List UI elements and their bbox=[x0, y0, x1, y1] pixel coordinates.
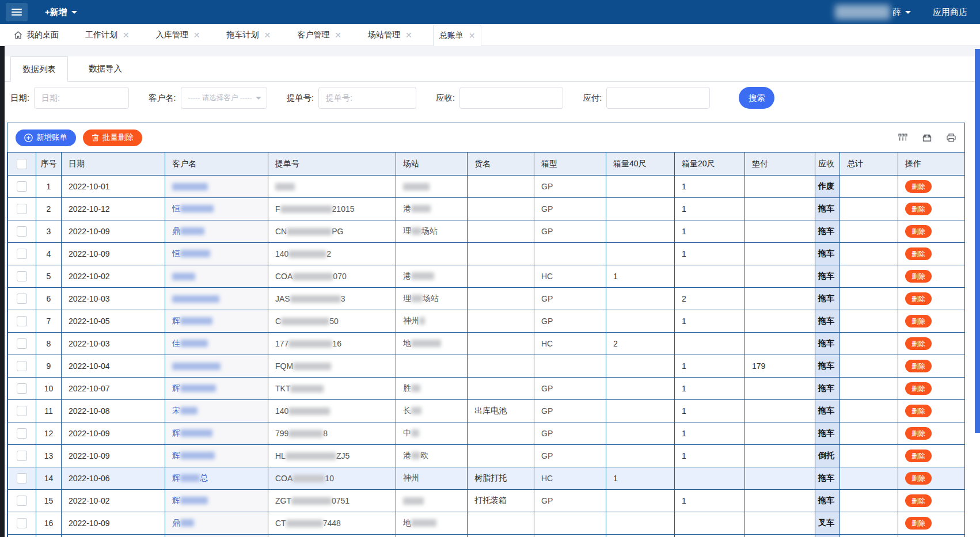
row-checkbox[interactable] bbox=[17, 361, 27, 371]
columns-icon[interactable] bbox=[898, 132, 908, 143]
row-checkbox[interactable] bbox=[17, 496, 27, 506]
subtab-data-list[interactable]: 数据列表 bbox=[10, 56, 68, 82]
delete-button[interactable]: 删除 bbox=[905, 203, 932, 215]
customer-link[interactable] bbox=[172, 272, 195, 281]
row-checkbox[interactable] bbox=[17, 249, 27, 259]
customer-link[interactable] bbox=[172, 182, 208, 191]
close-icon[interactable]: ✕ bbox=[264, 31, 271, 39]
customer-link[interactable]: 辉 bbox=[172, 428, 212, 437]
redacted-text bbox=[403, 183, 430, 191]
cell: 港欧 bbox=[396, 445, 468, 467]
cell bbox=[675, 512, 745, 535]
customer-link[interactable]: 恒 bbox=[172, 249, 210, 258]
redacted-text bbox=[411, 429, 419, 437]
row-checkbox[interactable] bbox=[17, 338, 27, 349]
row-checkbox[interactable] bbox=[17, 473, 27, 483]
cell: 2022-10-09 bbox=[62, 422, 165, 445]
customer-link[interactable]: 辉总 bbox=[172, 473, 208, 482]
close-icon[interactable]: ✕ bbox=[469, 32, 476, 40]
cell bbox=[840, 243, 898, 265]
tab-item-3[interactable]: 拖车计划✕ bbox=[221, 24, 276, 45]
delete-button[interactable]: 删除 bbox=[905, 270, 932, 283]
row-checkbox[interactable] bbox=[17, 204, 27, 214]
close-icon[interactable]: ✕ bbox=[335, 31, 341, 39]
receivable-input[interactable] bbox=[459, 87, 563, 109]
row-checkbox[interactable] bbox=[17, 316, 27, 326]
delete-button[interactable]: 删除 bbox=[905, 427, 932, 440]
cell bbox=[468, 220, 534, 243]
row-checkbox[interactable] bbox=[17, 428, 27, 439]
delete-button[interactable]: 删除 bbox=[905, 382, 932, 395]
customer-link[interactable] bbox=[172, 361, 221, 371]
print-icon[interactable] bbox=[946, 133, 956, 143]
cell bbox=[534, 535, 606, 537]
row-checkbox[interactable] bbox=[17, 406, 27, 416]
delete-button[interactable]: 删除 bbox=[905, 225, 932, 238]
customer-link[interactable]: 辉 bbox=[172, 451, 215, 460]
cell: 删除 bbox=[898, 176, 966, 198]
cell bbox=[165, 265, 268, 288]
row-checkbox[interactable] bbox=[17, 226, 27, 237]
customer-link[interactable]: 佳 bbox=[172, 338, 208, 348]
delete-button[interactable]: 删除 bbox=[905, 472, 932, 485]
customer-link[interactable]: 恒 bbox=[172, 204, 214, 213]
cell bbox=[468, 265, 534, 288]
customer-link[interactable]: 宋 bbox=[172, 406, 197, 415]
row-checkbox[interactable] bbox=[17, 451, 27, 461]
batch-delete-button[interactable]: 批量删除 bbox=[83, 130, 142, 146]
delete-button[interactable]: 删除 bbox=[905, 315, 932, 327]
cell: 1 bbox=[675, 176, 745, 198]
customer-link[interactable]: 辉 bbox=[172, 496, 208, 505]
customer-link[interactable]: 辉 bbox=[172, 383, 216, 393]
delete-button[interactable]: 删除 bbox=[905, 337, 932, 350]
tab-item-1[interactable]: 工作计划✕ bbox=[79, 24, 135, 45]
delete-button[interactable]: 删除 bbox=[905, 180, 932, 193]
menu-toggle-button[interactable] bbox=[6, 3, 28, 21]
row-checkbox[interactable] bbox=[17, 271, 27, 281]
add-bill-button[interactable]: 新增账单 bbox=[16, 130, 76, 146]
date-input[interactable] bbox=[34, 87, 129, 109]
vertical-scrollbar-thumb[interactable] bbox=[975, 49, 980, 433]
cell: 拖车 bbox=[815, 310, 840, 333]
row-checkbox[interactable] bbox=[17, 518, 27, 528]
cell bbox=[606, 512, 675, 535]
cell bbox=[165, 355, 268, 378]
customer-select[interactable]: ----- 请选择客户 ----- bbox=[181, 87, 267, 109]
delete-button[interactable]: 删除 bbox=[905, 450, 932, 462]
delete-button[interactable]: 删除 bbox=[905, 360, 932, 372]
customer-link[interactable]: 鼎 bbox=[172, 226, 204, 235]
search-button[interactable]: 搜索 bbox=[739, 87, 774, 109]
tab-item-4[interactable]: 客户管理✕ bbox=[291, 24, 347, 45]
bill-no-input[interactable] bbox=[318, 87, 416, 109]
delete-button[interactable]: 删除 bbox=[905, 494, 932, 507]
cell: 3 bbox=[36, 220, 62, 243]
tab-item-5[interactable]: 场站管理✕ bbox=[362, 24, 418, 45]
tab-home[interactable]: 我的桌面 bbox=[8, 24, 64, 45]
customer-link[interactable] bbox=[172, 294, 219, 303]
cell: 拖车 bbox=[815, 243, 840, 265]
customer-link[interactable]: 辉 bbox=[172, 316, 212, 325]
app-store-link[interactable]: 应用商店 bbox=[933, 7, 967, 18]
tab-item-6[interactable]: 总账单✕ bbox=[433, 25, 482, 46]
export-icon[interactable] bbox=[922, 132, 932, 143]
close-icon[interactable]: ✕ bbox=[123, 31, 130, 39]
cell bbox=[606, 378, 675, 400]
row-checkbox[interactable] bbox=[17, 383, 27, 394]
select-all-checkbox[interactable] bbox=[17, 159, 27, 169]
row-checkbox[interactable] bbox=[17, 181, 27, 192]
close-icon[interactable]: ✕ bbox=[405, 31, 412, 39]
payable-input[interactable] bbox=[606, 87, 710, 109]
delete-button[interactable]: 删除 bbox=[905, 405, 932, 417]
cell bbox=[8, 422, 36, 445]
close-icon[interactable]: ✕ bbox=[193, 31, 200, 39]
customer-link[interactable]: 鼎 bbox=[172, 518, 194, 527]
user-menu[interactable]: 薛 bbox=[835, 5, 911, 20]
delete-button[interactable]: 删除 bbox=[905, 517, 932, 530]
row-checkbox[interactable] bbox=[17, 294, 27, 304]
cell bbox=[745, 378, 815, 400]
add-new-dropdown[interactable]: +新增 bbox=[45, 7, 77, 18]
tab-item-2[interactable]: 入库管理✕ bbox=[150, 24, 206, 45]
delete-button[interactable]: 删除 bbox=[905, 247, 932, 260]
delete-button[interactable]: 删除 bbox=[905, 292, 932, 305]
subtab-data-import[interactable]: 数据导入 bbox=[77, 56, 134, 81]
